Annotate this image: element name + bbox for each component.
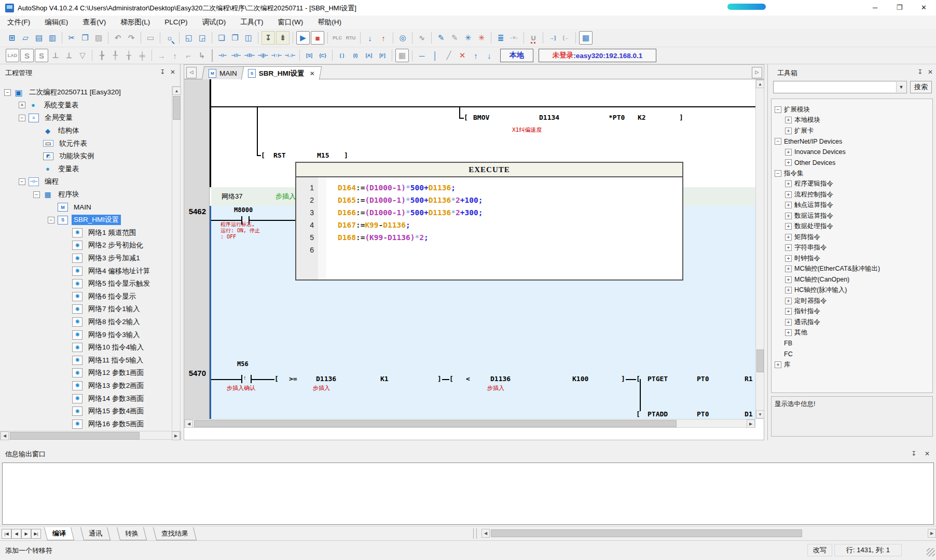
tab-close-icon[interactable]: ✕ <box>310 70 315 77</box>
step-down-icon[interactable]: ╁ <box>122 49 135 62</box>
coil-counter-icon[interactable]: {C} <box>316 49 329 62</box>
login-status-button[interactable]: 未登录:easy320:192.168.0.1 <box>539 49 656 62</box>
menu-item-2[interactable]: 查看(V) <box>75 16 113 29</box>
step-transition-icon[interactable]: ╪ <box>136 49 148 62</box>
pin-icon[interactable]: ↧ <box>915 67 925 77</box>
instruction-ptadd[interactable]: PTADD <box>648 410 668 418</box>
st-code-lines[interactable]: 1D164:=(D1000-1)*500+D1136;2D165:=(D1000… <box>296 181 680 256</box>
operand[interactable]: R1 <box>745 375 753 383</box>
project-tree-item[interactable]: ▭软元件表 <box>0 137 172 150</box>
coil-set-icon[interactable]: [S] <box>303 49 315 62</box>
coil-invert-out-icon[interactable]: (I) <box>349 49 362 62</box>
coil-ground-icon[interactable]: ⊥ <box>49 49 62 62</box>
output-nav-0-icon[interactable]: |◀ <box>2 529 11 539</box>
window-new-icon[interactable]: ❐ <box>229 32 241 44</box>
output-tab-转换[interactable]: 转换 <box>117 527 147 540</box>
project-tree-item[interactable]: ✺网络7 指令1输入 <box>0 303 172 316</box>
contact-open-icon[interactable]: ⊣⊢ <box>216 49 229 62</box>
contact-label[interactable]: M56 <box>237 360 249 368</box>
operand[interactable]: PT0 <box>697 375 709 383</box>
grid-view-icon[interactable]: ▦ <box>395 49 409 62</box>
compile-network-icon[interactable]: ✳ <box>462 32 474 44</box>
close-icon[interactable]: ✕ <box>926 67 935 77</box>
toolbox-tree-item[interactable]: −EtherNet/IP Devices <box>774 136 929 147</box>
rail-invert-icon[interactable]: ▽ <box>76 49 89 62</box>
rail-down-icon[interactable]: ⟂ <box>63 49 75 62</box>
arrow-up-icon[interactable]: ↑ <box>169 49 181 62</box>
save-icon[interactable]: ▤ <box>33 32 45 44</box>
menu-item-7[interactable]: 窗口(W) <box>271 16 311 29</box>
menu-item-6[interactable]: 工具(T) <box>233 16 270 29</box>
tree-expander-icon[interactable]: + <box>785 244 792 251</box>
scroll-up-icon[interactable]: ▲ <box>756 80 764 88</box>
toolbox-tree-item[interactable]: +时钟指令 <box>774 253 929 264</box>
project-tree-item[interactable]: ✺网络5 指令显示触发 <box>0 277 172 290</box>
tab-sbr-hmi[interactable]: S SBR_HMI设置 ✕ <box>241 66 322 80</box>
output-tab-通讯[interactable]: 通讯 <box>80 527 111 540</box>
download-icon[interactable]: ↓ <box>364 32 376 44</box>
tab-main[interactable]: M MAIN <box>202 66 244 80</box>
project-tree-item[interactable]: ✺网络6 指令显示 <box>0 290 172 303</box>
rtu-mode-icon[interactable]: RTU <box>345 32 357 44</box>
stop-icon[interactable]: ■ <box>311 31 324 45</box>
tree-expander-icon[interactable]: + <box>785 191 792 198</box>
arrow-return-icon[interactable]: ↳ <box>196 49 208 62</box>
tree-expander-icon[interactable]: + <box>785 319 792 326</box>
tree-expander-icon[interactable]: + <box>785 149 792 156</box>
bottom-hscrollbar[interactable]: ◀ ▶ <box>481 529 936 538</box>
monitor-icon[interactable]: ◎ <box>396 32 409 44</box>
project-tree-item[interactable]: MMAIN <box>0 201 172 214</box>
st-code-line[interactable]: 2D165:=(D1000-1)*500+D1136*2+100; <box>296 194 680 206</box>
execute-block[interactable]: EXECUTE 1D164:=(D1000-1)*500+D1136;2D165… <box>295 162 683 281</box>
line-vertical-icon[interactable]: │ <box>429 49 442 62</box>
row-insert-icon[interactable]: ≣ <box>494 32 507 44</box>
tree-expander-icon[interactable]: + <box>785 298 792 304</box>
contact-label[interactable]: M8000 <box>234 206 253 214</box>
operand[interactable]: K1 <box>380 375 389 383</box>
export-doc-icon[interactable]: ↧ <box>261 31 275 45</box>
memory-view-icon[interactable]: ▦ <box>579 31 593 45</box>
project-tree-item[interactable]: +●系统变量表 <box>0 99 172 112</box>
step-up-icon[interactable]: ╀ <box>109 49 121 62</box>
delete-icon[interactable]: ▭ <box>144 32 157 44</box>
delete-network-icon[interactable]: ✳ <box>475 32 488 44</box>
tree-expander-icon[interactable]: + <box>785 128 792 134</box>
toolbox-tree-item[interactable]: +数据运算指令 <box>774 211 929 221</box>
project-tree-item[interactable]: ✺网络2 步号初始化 <box>0 239 172 252</box>
print-icon[interactable]: ◱ <box>183 32 195 44</box>
output-nav-1-icon[interactable]: ◀ <box>11 529 21 539</box>
usb-device-icon[interactable]: ∪ <box>527 32 540 44</box>
scroll-left-icon[interactable]: ◀ <box>481 529 490 538</box>
sfc-step2-icon[interactable]: S <box>35 49 48 62</box>
tree-expander-icon[interactable]: − <box>48 217 54 223</box>
line-horizontal-icon[interactable]: ─ <box>416 49 428 62</box>
network-label[interactable]: 网络37 <box>222 192 242 201</box>
arrow-right-icon[interactable]: → <box>155 49 168 62</box>
toolbox-tree-item[interactable]: +Inovance Devices <box>774 147 929 158</box>
project-tree-item[interactable]: ✺网络14 参数3画面 <box>0 392 172 405</box>
scroll-left-icon[interactable]: ◀ <box>185 419 193 428</box>
local-mode-button[interactable]: 本地 <box>500 49 533 62</box>
network-title[interactable]: 步插入 <box>276 192 296 201</box>
project-tree-item[interactable]: −▣二次编程20250711 [Easy320] <box>0 86 172 99</box>
tree-expander-icon[interactable]: + <box>785 213 792 219</box>
new-file-icon[interactable]: ⊞ <box>6 32 18 44</box>
toolbox-tree-item[interactable]: +本地模块 <box>774 115 929 126</box>
redo-icon[interactable]: ↷ <box>125 32 137 44</box>
project-tree-item[interactable]: ✺网络13 参数2画面 <box>0 380 172 393</box>
menu-item-5[interactable]: 调试(D) <box>195 16 233 29</box>
project-tree-item[interactable]: −SSBR_HMI设置 <box>0 214 172 227</box>
toolbox-tree-item[interactable]: −扩展模块 <box>774 104 929 115</box>
tree-expander-icon[interactable]: + <box>785 287 792 293</box>
output-tab-编译[interactable]: 编译 <box>44 527 74 540</box>
sfc-step-icon[interactable]: S <box>20 49 34 62</box>
toolbox-tree-item[interactable]: +MC轴控(EtherCAT&脉冲输出) <box>774 264 929 275</box>
scroll-thumb[interactable] <box>756 349 764 372</box>
tree-expander-icon[interactable]: − <box>33 191 40 198</box>
scroll-thumb[interactable] <box>10 432 140 440</box>
st-code-line[interactable]: 4D167:=K99-D1136; <box>296 219 680 231</box>
scroll-thumb[interactable] <box>173 96 181 120</box>
contact-falling-icon[interactable]: ⊣↓⊢ <box>284 49 296 62</box>
jump-in-icon[interactable]: →] <box>546 32 559 44</box>
ladder-canvas[interactable]: 5462 5470 [ BMOV D1134 *PT0 K2 ] X1纠偏速度 … <box>184 79 756 419</box>
